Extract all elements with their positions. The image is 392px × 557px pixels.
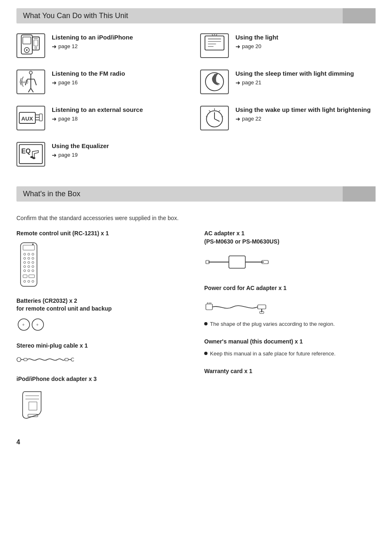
svg-point-77 — [71, 358, 74, 361]
accessory-manual: Owner's manual (this document) x 1 Keep … — [204, 338, 376, 357]
svg-point-54 — [24, 261, 26, 263]
powercord-note-text: The shape of the plug varies according t… — [210, 320, 335, 328]
feature-ipod: Listening to an iPod/iPhone ➜ page 12 — [16, 33, 192, 58]
svg-line-40 — [206, 116, 208, 117]
powercord-note: The shape of the plug varies according t… — [204, 320, 376, 328]
accessory-remote: Remote control unit (RC-1231) x 1 — [16, 230, 188, 287]
features-title: What You Can Do with This Unit — [23, 12, 128, 20]
fm-page: page 16 — [58, 79, 78, 86]
eq-icon: EQ — [16, 142, 45, 167]
feature-eq: EQ Using the Equalizer ➜ page 19 — [16, 142, 192, 167]
ipod-text: Listening to an iPod/iPhone ➜ page 12 — [52, 33, 133, 50]
svg-rect-63 — [23, 275, 27, 278]
aux-page-ref: ➜ page 18 — [52, 116, 143, 122]
svg-rect-1 — [23, 37, 31, 44]
accessories-right: AC adapter x 1 (PS-M0630 or PS-M0630US) — [204, 230, 376, 430]
svg-point-60 — [24, 269, 26, 272]
wake-text: Using the wake up timer with light brigh… — [235, 106, 371, 122]
sleep-page-ref: ➜ page 21 — [235, 79, 354, 86]
sleep-icon — [200, 70, 229, 94]
svg-point-53 — [32, 257, 34, 259]
svg-point-49 — [28, 253, 30, 255]
feature-grid: Listening to an iPod/iPhone ➜ page 12 — [16, 33, 376, 178]
svg-rect-90 — [258, 305, 266, 309]
aux-icon: AUX — [16, 106, 45, 130]
light-page: page 20 — [242, 43, 261, 49]
fm-icon: ((ω)) — [16, 70, 45, 94]
powercord-label: Power cord for AC adapter x 1 — [204, 284, 376, 292]
svg-point-61 — [28, 269, 30, 272]
svg-line-37 — [219, 111, 220, 112]
svg-rect-64 — [29, 275, 35, 278]
wake-page-ref: ➜ page 22 — [235, 116, 371, 122]
eq-arrow: ➜ — [52, 152, 57, 158]
box-section: What's in the Box Confirm that the stand… — [16, 186, 376, 430]
accessory-batteries: Batteries (CR2032) x 2 for remote contro… — [16, 297, 188, 332]
accessories-grid: Remote control unit (RC-1231) x 1 — [16, 230, 376, 430]
svg-point-58 — [28, 265, 30, 267]
light-page-ref: ➜ page 20 — [235, 43, 278, 50]
sleep-arrow: ➜ — [235, 79, 240, 86]
accessory-warranty: Warranty card x 1 — [204, 367, 376, 376]
svg-rect-81 — [229, 256, 245, 268]
cable-image — [16, 354, 188, 365]
eq-page: page 19 — [58, 152, 78, 158]
svg-point-72 — [17, 357, 21, 362]
aux-text: Listening to an external source ➜ page 1… — [52, 106, 143, 122]
feature-light: Using the light ➜ page 20 — [200, 33, 376, 58]
ipod-page-ref: ➜ page 12 — [52, 43, 133, 50]
wake-icon — [200, 106, 229, 130]
ipod-label: Listening to an iPod/iPhone — [52, 33, 133, 42]
sleep-label: Using the sleep timer with light dimming — [235, 70, 354, 78]
ipod-arrow: ➜ — [52, 43, 57, 50]
fm-page-ref: ➜ page 16 — [52, 79, 125, 86]
svg-rect-4 — [32, 37, 39, 50]
cable-label: Stereo mini-plug cable x 1 — [16, 342, 188, 350]
svg-line-35 — [214, 119, 219, 121]
svg-point-67 — [32, 280, 34, 282]
manual-label: Owner's manual (this document) x 1 — [204, 338, 376, 346]
svg-rect-32 — [39, 114, 42, 121]
bullet-dot — [204, 322, 208, 325]
accessories-left: Remote control unit (RC-1231) x 1 — [16, 230, 188, 430]
empty-cell — [200, 142, 376, 178]
dock-label: iPod/iPhone dock adapter x 3 — [16, 375, 188, 383]
manual-note-text: Keep this manual in a safe place for fut… — [210, 350, 336, 357]
svg-text:EQ: EQ — [21, 148, 31, 155]
light-icon — [200, 33, 229, 58]
svg-rect-86 — [206, 304, 212, 310]
sleep-text: Using the sleep timer with light dimming… — [235, 70, 354, 86]
svg-rect-8 — [205, 36, 224, 50]
svg-point-52 — [28, 257, 30, 259]
svg-point-57 — [24, 265, 26, 267]
box-content: Confirm that the standard accessories we… — [16, 211, 376, 430]
fm-text: Listening to the FM radio ➜ page 16 — [52, 70, 125, 86]
features-section: What You Can Do with This Unit — [16, 8, 376, 178]
svg-point-50 — [32, 253, 34, 255]
dock-image — [16, 388, 188, 420]
light-arrow: ➜ — [235, 43, 240, 50]
svg-point-47 — [32, 244, 34, 245]
ipod-icon — [16, 33, 45, 58]
aux-label: Listening to an external source — [52, 106, 143, 114]
wake-label: Using the wake up timer with light brigh… — [235, 106, 371, 114]
svg-point-7 — [35, 47, 37, 49]
svg-rect-46 — [23, 245, 35, 250]
ac-image — [204, 250, 376, 274]
svg-text:AUX: AUX — [21, 116, 33, 122]
box-title: What's in the Box — [23, 190, 81, 198]
batteries-image: + + — [16, 317, 188, 332]
accessory-cable: Stereo mini-plug cable x 1 — [16, 342, 188, 366]
svg-point-48 — [24, 253, 26, 255]
manual-bullet — [204, 352, 208, 355]
aux-arrow: ➜ — [52, 116, 57, 122]
svg-text:+: + — [22, 323, 25, 327]
accessory-ac: AC adapter x 1 (PS-M0630 or PS-M0630US) — [204, 230, 376, 274]
feature-sleep: Using the sleep timer with light dimming… — [200, 70, 376, 94]
svg-line-15 — [212, 35, 213, 35]
light-label: Using the light — [235, 33, 278, 42]
svg-point-3 — [26, 49, 28, 51]
page-number: 4 — [16, 439, 376, 446]
aux-page: page 18 — [58, 116, 78, 122]
svg-point-51 — [24, 257, 26, 259]
